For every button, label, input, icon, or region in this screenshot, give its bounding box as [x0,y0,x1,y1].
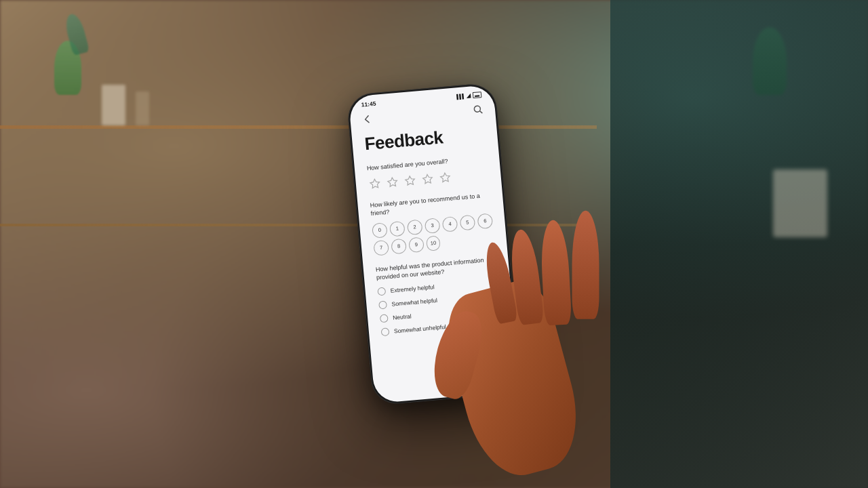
search-button[interactable] [470,102,486,118]
radio-circle-4 [381,327,390,336]
content-area: Feedback How satisfied are you overall? [351,119,515,346]
nps-3[interactable]: 3 [425,218,441,234]
phone-device: 11:45 ▌▌▌ ◢ ▬ [346,82,521,405]
radio-circle-3 [380,314,389,323]
wifi-icon: ◢ [467,92,471,98]
radio-circle-1 [377,287,386,296]
radio-label-1: Extremely helpful [390,283,435,294]
status-icons: ▌▌▌ ◢ ▬ [456,92,482,100]
phone-wrapper: 11:45 ▌▌▌ ◢ ▬ [346,82,521,405]
nps-6[interactable]: 6 [477,213,493,229]
battery-icon: ▬ [473,92,482,98]
nps-10[interactable]: 10 [426,235,441,251]
star-rating[interactable] [368,167,489,191]
nps-0[interactable]: 0 [372,222,388,239]
helpful-section: How helpful was the product information … [375,255,501,336]
recommend-section: How likely are you to recommend us to a … [370,190,494,256]
nps-1[interactable]: 1 [389,221,406,237]
radio-label-3: Neutral [393,312,412,321]
satisfaction-section: How satisfied are you overall? [366,154,489,192]
radio-label-2: Somewhat helpful [391,297,437,308]
signal-icon: ▌▌▌ [456,94,465,99]
star-4[interactable] [420,172,435,187]
status-time: 11:45 [361,100,376,108]
nps-5[interactable]: 5 [460,214,476,230]
nps-7[interactable]: 7 [373,240,389,256]
star-5[interactable] [438,171,453,186]
nps-8[interactable]: 8 [391,238,407,254]
star-2[interactable] [385,176,400,190]
radio-label-4: Somewhat unhelpful [394,323,447,335]
bg-right [610,0,868,488]
nps-4[interactable]: 4 [442,216,458,232]
phone-screen: 11:45 ▌▌▌ ◢ ▬ [349,85,520,404]
nps-scale[interactable]: 0 1 2 3 4 5 6 7 8 9 10 [372,213,495,256]
back-button[interactable] [359,111,376,127]
helpful-options: Extremely helpful Somewhat helpful Neutr… [377,277,502,336]
bg-box [773,169,827,237]
shelf-1 [0,125,597,129]
star-3[interactable] [403,174,418,188]
star-1[interactable] [368,177,382,192]
nps-9[interactable]: 9 [408,237,425,253]
shelf-item-2 [136,92,149,125]
shelf-item-1 [102,85,125,125]
radio-circle-2 [378,300,387,309]
nps-2[interactable]: 2 [407,219,423,235]
